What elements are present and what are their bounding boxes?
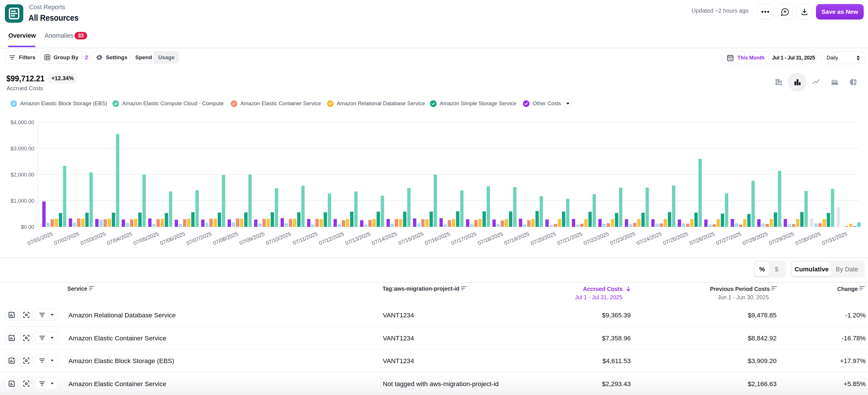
svg-text:07/26/2025: 07/26/2025 [688, 231, 716, 246]
svg-text:07/29/2025: 07/29/2025 [768, 231, 795, 246]
svg-text:07/02/2025: 07/02/2025 [53, 231, 80, 246]
svg-text:07/31/2025: 07/31/2025 [821, 231, 848, 246]
svg-text:07/22/2025: 07/22/2025 [583, 231, 610, 246]
svg-text:07/05/2025: 07/05/2025 [132, 231, 160, 246]
svg-text:07/18/2025: 07/18/2025 [477, 231, 504, 246]
svg-text:07/19/2025: 07/19/2025 [503, 231, 530, 246]
svg-text:$1,000.00: $1,000.00 [11, 198, 34, 204]
svg-text:07/10/2025: 07/10/2025 [265, 231, 292, 246]
svg-text:07/07/2025: 07/07/2025 [186, 231, 213, 246]
svg-text:07/24/2025: 07/24/2025 [636, 231, 663, 246]
svg-text:07/09/2025: 07/09/2025 [239, 231, 266, 246]
svg-text:07/15/2025: 07/15/2025 [397, 231, 424, 246]
svg-text:07/11/2025: 07/11/2025 [292, 231, 318, 246]
svg-text:$0.00: $0.00 [21, 224, 34, 230]
svg-text:07/06/2025: 07/06/2025 [159, 231, 186, 246]
svg-text:07/27/2025: 07/27/2025 [715, 231, 742, 246]
svg-text:07/01/2025: 07/01/2025 [27, 231, 54, 246]
svg-text:07/04/2025: 07/04/2025 [106, 231, 133, 246]
svg-text:07/20/2025: 07/20/2025 [530, 231, 557, 246]
svg-text:07/12/2025: 07/12/2025 [318, 231, 345, 246]
svg-text:07/08/2025: 07/08/2025 [212, 231, 239, 246]
svg-text:07/28/2025: 07/28/2025 [741, 231, 769, 246]
svg-text:07/03/2025: 07/03/2025 [80, 231, 107, 246]
svg-text:$2,000.00: $2,000.00 [11, 172, 34, 178]
svg-text:07/17/2025: 07/17/2025 [451, 231, 477, 246]
svg-text:07/30/2025: 07/30/2025 [794, 231, 822, 246]
svg-text:07/25/2025: 07/25/2025 [662, 231, 689, 246]
svg-text:$4,000.00: $4,000.00 [11, 119, 34, 125]
svg-text:07/16/2025: 07/16/2025 [424, 231, 451, 246]
svg-text:07/13/2025: 07/13/2025 [344, 231, 371, 246]
svg-text:$3,000.00: $3,000.00 [11, 145, 34, 152]
svg-text:07/23/2025: 07/23/2025 [609, 231, 636, 246]
svg-text:07/14/2025: 07/14/2025 [371, 231, 398, 246]
svg-text:07/21/2025: 07/21/2025 [556, 231, 583, 246]
